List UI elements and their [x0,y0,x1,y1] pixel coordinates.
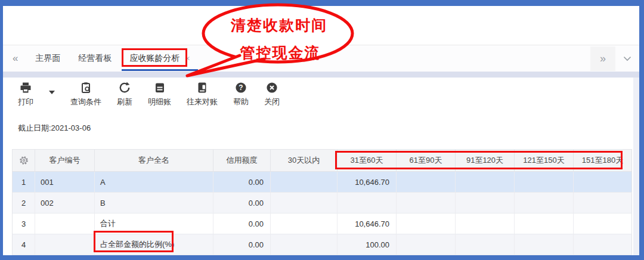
help-button[interactable]: ? 帮助 [233,81,249,107]
column-header[interactable]: 91至120天 [456,150,515,172]
panel-divider [3,72,639,78]
cell-91-120-days [456,234,515,255]
cell-31-60-days: 10,646.70 [338,213,397,234]
table-header-row: 客户编号 客户全名 信用额度 30天以内 31至60天 61至90天 91至12… [13,150,631,172]
cell-61-90-days [397,213,456,234]
cell-61-90-days [397,234,456,255]
refresh-icon [118,81,131,94]
toolbar-label: 明细账 [148,97,171,107]
column-header[interactable]: 121至150天 [515,150,574,172]
printer-icon [19,81,32,94]
collapse-tabs-icon[interactable]: « [3,52,26,64]
tab-receivable-aging-analysis[interactable]: 应收账龄分析 × [120,45,199,72]
expand-tabs-icon: » [600,52,606,65]
cell-customer-name: B [95,193,213,213]
cell-121-150-days [515,172,574,193]
row-number: 1 [13,172,35,193]
cutoff-date-label: 截止日期:2021-03-06 [18,123,91,134]
query-criteria-icon [79,81,92,94]
cell-91-120-days [456,193,515,213]
cell-credit-limit: 0.00 [213,193,271,213]
cell-121-150-days [515,234,574,255]
cell-customer-code: 002 [35,193,95,213]
cell-percentage-label: 占全部金额的比例(%) [95,234,213,255]
detail-ledger-icon [153,81,166,94]
cell-customer-name: A [95,172,213,193]
cell-91-120-days [456,213,515,234]
cell-within-30-days [271,213,338,234]
vertical-scrollbar[interactable] [633,78,639,255]
tab-bar: « 主界面 经营看板 应收账龄分析 × » [3,45,639,72]
cell-credit-limit: 0.00 [213,234,271,255]
close-button[interactable]: 关闭 [264,81,280,107]
query-criteria-button[interactable]: 查询条件 [70,81,101,107]
gear-icon [18,155,29,166]
cell-within-30-days [271,172,338,193]
tab-close-icon[interactable]: × [185,54,190,63]
help-icon: ? [234,81,247,94]
cell-within-30-days [271,193,338,213]
cell-91-120-days [456,172,515,193]
cell-151-180-days [574,193,632,213]
tab-label: 应收账龄分析 [129,53,179,64]
tab-main-screen[interactable]: 主界面 [26,45,69,72]
reconciliation-icon [196,81,209,94]
column-header[interactable]: 31至60天 [338,150,397,172]
toolbar: 打印 查询条件 刷新 明细账 [18,81,280,107]
cell-61-90-days [397,172,456,193]
cell-total-label: 合计 [95,213,213,234]
cell-31-60-days: 100.00 [338,234,397,255]
app-window: « 主界面 经营看板 应收账龄分析 × » 打印 [0,0,644,260]
expand-tabs-button[interactable]: » [590,47,615,71]
column-settings-button[interactable] [13,150,35,172]
table-row[interactable]: 2 002 B 0.00 [13,193,631,213]
toolbar-label: 帮助 [233,97,249,107]
column-header[interactable]: 61至90天 [397,150,456,172]
cell-151-180-days [574,234,632,255]
aging-table: 客户编号 客户全名 信用额度 30天以内 31至60天 61至90天 91至12… [12,149,632,255]
column-header[interactable]: 信用额度 [213,150,271,172]
toolbar-label: 刷新 [117,97,132,107]
tab-business-dashboard[interactable]: 经营看板 [69,45,120,72]
reconciliation-button[interactable]: 往来对账 [187,81,218,107]
cell-credit-limit: 0.00 [213,213,271,234]
cell-31-60-days [338,193,397,213]
tab-label: 主界面 [35,53,60,64]
toolbar-label: 打印 [18,97,33,107]
table-row-percentage[interactable]: 4 占全部金额的比例(%) 0.00 100.00 [13,234,631,255]
close-icon [265,81,278,94]
cell-121-150-days [515,213,574,234]
table-row[interactable]: 1 001 A 0.00 10,646.70 [13,172,631,193]
cell-credit-limit: 0.00 [213,172,271,193]
cell-31-60-days: 10,646.70 [338,172,397,193]
print-dropdown-caret[interactable] [49,91,55,94]
column-header[interactable]: 30天以内 [271,150,338,172]
cell-customer-code: 001 [35,172,95,193]
cell-61-90-days [397,193,456,213]
cell-121-150-days [515,193,574,213]
cell-customer-code [35,213,95,234]
toolbar-label: 关闭 [264,97,280,107]
tab-label: 经营看板 [78,53,112,64]
svg-text:?: ? [239,83,243,92]
column-header[interactable]: 客户编号 [35,150,95,172]
column-header[interactable]: 151至180天 [574,150,632,172]
column-header[interactable]: 客户全名 [95,150,213,172]
cell-151-180-days [574,172,632,193]
row-number: 4 [13,234,35,255]
detail-ledger-button[interactable]: 明细账 [148,81,171,107]
cell-customer-code [35,234,95,255]
cell-151-180-days [574,213,632,234]
row-number: 3 [13,213,35,234]
cell-within-30-days [271,234,338,255]
print-button[interactable]: 打印 [18,81,33,107]
table-row-total[interactable]: 3 合计 0.00 10,646.70 [13,213,631,234]
chevron-down-icon[interactable] [615,47,639,71]
toolbar-label: 查询条件 [70,97,101,107]
refresh-button[interactable]: 刷新 [117,81,132,107]
toolbar-label: 往来对账 [187,97,218,107]
row-number: 2 [13,193,35,213]
